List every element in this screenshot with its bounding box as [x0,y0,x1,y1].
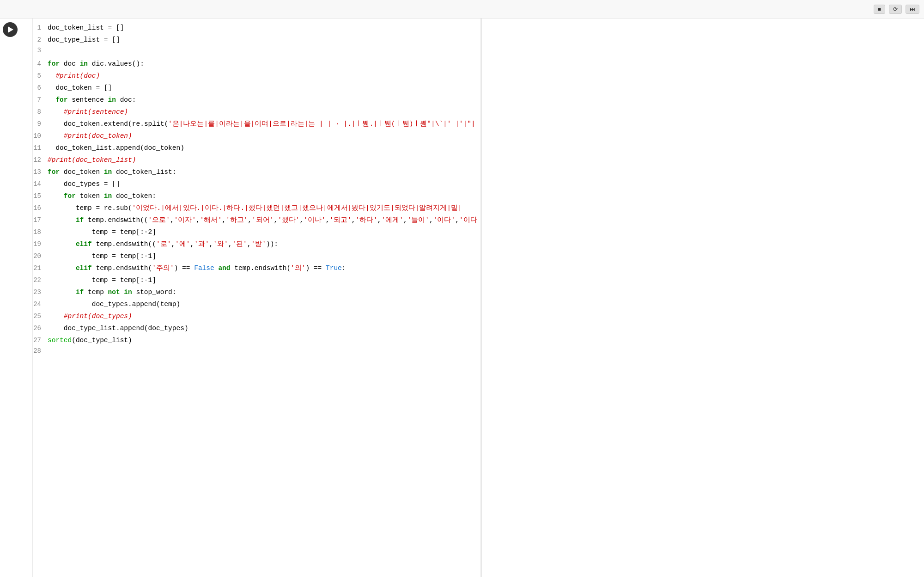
stop-button[interactable]: ■ [874,5,885,14]
line-content-17: if temp.endswith(('으로','이자','해서','하고','되… [48,215,477,226]
code-line-20: 20 temp = temp[:-1] [33,251,480,263]
line-content-24: doc_types.append(temp) [48,299,180,310]
line-content-4: for doc in dic.values(): [48,59,144,69]
skip-button[interactable]: ⏭ [906,5,919,14]
line-content-23: if temp not in stop_word: [48,287,176,298]
line-num-20: 20 [33,252,48,260]
line-content-15: for token in doc_token: [48,191,156,202]
line-content-12: #print(doc_token_list) [48,155,136,166]
line-num-21: 21 [33,264,48,272]
code-line-19: 19 elif temp.endswith(('로','에','과','와','… [33,239,480,251]
line-content-25: #print(doc_types) [48,311,132,322]
line-content-16: temp = re.sub('이었다.|에서|있다.|이다.|하다.|했다|했던… [48,203,462,214]
code-line-7: 7 for sentence in doc: [33,94,480,106]
line-num-18: 18 [33,228,48,236]
line-num-19: 19 [33,240,48,248]
code-line-9: 9 doc_token.extend(re.split('은|나오는|를|이라는… [33,118,480,130]
line-num-3: 3 [33,47,48,54]
toolbar: ■ ⟳ ⏭ [0,0,924,18]
code-line-24: 24 doc_types.append(temp) [33,299,480,311]
line-num-9: 9 [33,120,48,128]
line-num-5: 5 [33,72,48,80]
line-num-23: 23 [33,288,48,296]
line-num-1: 1 [33,24,48,31]
cell-container: 1 doc_token_list = [] 2 doc_type_list = … [0,18,924,577]
line-content-27: sorted(doc_type_list) [48,335,132,346]
line-content-20: temp = temp[:-1] [48,251,156,262]
line-content-2: doc_type_list = [] [48,35,120,45]
code-line-4: 4 for doc in dic.values(): [33,58,480,70]
line-num-8: 8 [33,108,48,116]
notebook-container: ■ ⟳ ⏭ 1 doc_token_list = [] 2 doc_type_l… [0,0,924,577]
code-line-26: 26 doc_type_list.append(doc_types) [33,323,480,335]
line-content-7: for sentence in doc: [48,95,136,105]
line-num-6: 6 [33,84,48,92]
code-line-11: 11 doc_token_list.append(doc_token) [33,142,480,154]
line-num-12: 12 [33,156,48,164]
toolbar-right: ■ ⟳ ⏭ [874,5,919,14]
code-line-8: 8 #print(sentence) [33,106,480,118]
code-line-3: 3 [33,46,480,58]
line-num-16: 16 [33,204,48,212]
line-content-14: doc_types = [] [48,179,120,190]
code-line-27: 27 sorted(doc_type_list) [33,335,480,347]
line-num-27: 27 [33,337,48,344]
code-line-5: 5 #print(doc) [33,70,480,82]
code-line-1: 1 doc_token_list = [] [33,22,480,34]
restart-button[interactable]: ⟳ [889,5,902,14]
line-num-4: 4 [33,60,48,68]
run-icon [8,26,13,33]
code-line-12: 12 #print(doc_token_list) [33,154,480,166]
line-num-24: 24 [33,301,48,308]
code-line-6: 6 doc_token = [] [33,82,480,94]
line-num-17: 17 [33,216,48,224]
line-content-19: elif temp.endswith(('로','에','과','와','된',… [48,239,278,250]
code-line-2: 2 doc_type_list = [] [33,34,480,46]
line-num-11: 11 [33,144,48,152]
line-num-10: 10 [33,132,48,140]
code-line-15: 15 for token in doc_token: [33,190,480,203]
line-num-14: 14 [33,180,48,188]
line-num-15: 15 [33,192,48,200]
line-num-22: 22 [33,276,48,284]
line-content-13: for doc_token in doc_token_list: [48,167,176,178]
code-line-16: 16 temp = re.sub('이었다.|에서|있다.|이다.|하다.|했다… [33,203,480,215]
line-content-22: temp = temp[:-1] [48,275,156,286]
line-num-26: 26 [33,325,48,332]
code-area[interactable]: 1 doc_token_list = [] 2 doc_type_list = … [32,18,480,577]
line-content-8: #print(sentence) [48,107,128,117]
line-content-5: #print(doc) [48,71,100,81]
code-line-14: 14 doc_types = [] [33,178,480,190]
line-num-7: 7 [33,96,48,104]
line-content-11: doc_token_list.append(doc_token) [48,143,184,153]
code-line-17: 17 if temp.endswith(('으로','이자','해서','하고'… [33,215,480,227]
line-content-18: temp = temp[:-2] [48,227,156,238]
line-num-13: 13 [33,168,48,176]
line-content-21: elif temp.endswith('주의') == False and te… [48,263,346,274]
line-num-2: 2 [33,36,48,43]
code-line-10: 10 #print(doc_token) [33,130,480,142]
code-line-18: 18 temp = temp[:-2] [33,227,480,239]
code-line-23: 23 if temp not in stop_word: [33,287,480,299]
code-line-25: 25 #print(doc_types) [33,311,480,323]
code-line-21: 21 elif temp.endswith('주의') == False and… [33,263,480,275]
code-line-22: 22 temp = temp[:-1] [33,275,480,287]
output-panel [480,18,924,577]
code-line-13: 13 for doc_token in doc_token_list: [33,166,480,178]
line-content-10: #print(doc_token) [48,131,132,141]
run-button[interactable] [3,22,18,37]
cell-left [0,18,32,577]
line-num-28: 28 [33,347,48,355]
line-content-9: doc_token.extend(re.split('은|나오는|를|이라는|을… [48,119,475,129]
line-num-25: 25 [33,313,48,320]
line-content-26: doc_type_list.append(doc_types) [48,323,188,334]
line-content-6: doc_token = [] [48,83,112,93]
code-line-28: 28 [33,347,480,359]
line-content-1: doc_token_list = [] [48,23,124,33]
